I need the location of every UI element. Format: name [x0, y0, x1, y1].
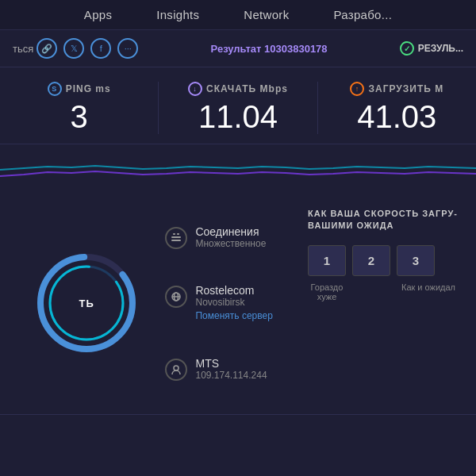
twitter-icon[interactable]: 𝕏 [63, 38, 84, 59]
svg-rect-4 [171, 236, 181, 238]
connection-subtitle: Множественное [195, 238, 266, 249]
svg-rect-5 [171, 240, 181, 241]
facebook-icon[interactable]: f [90, 38, 111, 59]
provider-title: Rostelecom [195, 284, 272, 297]
rating-btn-3[interactable]: 3 [397, 245, 435, 276]
result-bar: ться 🔗 𝕏 f ··· Результат 10303830178 ✓ Р… [0, 30, 476, 67]
upload-value: 41.03 [318, 99, 476, 134]
gauge-container: ТЬ [35, 251, 138, 355]
main-content: ТЬ Соединения Множественное [0, 192, 476, 414]
prefix-text: ться [13, 43, 33, 55]
connection-text: Соединения Множественное [195, 225, 266, 249]
gauge-label: ТЬ [79, 298, 94, 309]
connection-info: Соединения Множественное [165, 221, 300, 254]
download-value: 11.04 [159, 99, 317, 134]
user-icon [165, 359, 187, 381]
upload-metric: ↑ ЗАГРУЗИТЬ M 41.03 [318, 82, 476, 134]
metrics-bar: S PING ms 3 ↓ СКАЧАТЬ Mbps 11.04 ↑ ЗАГРУ… [0, 67, 476, 144]
svg-rect-7 [177, 233, 179, 235]
user-info: MTS 109.174.114.244 [165, 352, 300, 386]
download-metric: ↓ СКАЧАТЬ Mbps 11.04 [159, 82, 317, 134]
user-subtitle: 109.174.114.244 [195, 370, 267, 381]
top-navigation: Apps Insights Network Разрабо... [0, 0, 476, 30]
rating-btn-1[interactable]: 1 [308, 245, 346, 276]
nav-network[interactable]: Network [221, 8, 311, 21]
download-icon: ↓ [188, 82, 202, 96]
rating-panel: КАК ВАША СКОРОСТЬ ЗАГРУ- ВАШИМИ ОЖИДА 1 … [300, 192, 476, 414]
check-icon: ✓ [400, 41, 414, 56]
rating-btn-2[interactable]: 2 [352, 245, 390, 276]
user-title: MTS [195, 357, 267, 370]
result-label: Результат [211, 43, 262, 55]
provider-icon [165, 286, 187, 308]
rating-title: КАК ВАША СКОРОСТЬ ЗАГРУ- ВАШИМИ ОЖИДА [308, 208, 460, 232]
provider-subtitle: Novosibirsk [195, 297, 272, 308]
nav-insights[interactable]: Insights [134, 8, 221, 21]
rating-labels: Гораздо хуже Как и ожидал [308, 282, 460, 301]
nav-razrabo[interactable]: Разрабо... [311, 8, 414, 21]
gauge-panel: ТЬ [0, 192, 157, 414]
ping-metric: S PING ms 3 [0, 82, 159, 134]
more-icon[interactable]: ··· [117, 38, 138, 59]
ping-icon: S [48, 82, 62, 96]
nav-apps[interactable]: Apps [62, 8, 134, 21]
change-server-link[interactable]: Поменять сервер [195, 310, 272, 321]
result-check-text: РЕЗУЛЬ... [418, 43, 463, 54]
svg-rect-6 [173, 233, 175, 235]
result-id-container: Результат 10303830178 [211, 43, 328, 55]
result-check: ✓ РЕЗУЛЬ... [400, 41, 463, 56]
upload-label: ↑ ЗАГРУЗИТЬ M [318, 82, 476, 96]
result-number: 10303830178 [264, 43, 328, 55]
link-icon[interactable]: 🔗 [36, 38, 57, 59]
connection-icon [165, 227, 187, 249]
user-text: MTS 109.174.114.244 [195, 357, 267, 381]
social-icons: 🔗 𝕏 f ··· [36, 38, 138, 59]
provider-info: Rostelecom Novosibirsk Поменять сервер [165, 279, 300, 327]
ping-value: 3 [0, 99, 158, 134]
rating-label-worse: Гораздо хуже [308, 282, 346, 301]
info-list: Соединения Множественное Rostelecom Novo… [157, 192, 300, 414]
bottom-area [0, 415, 476, 476]
upload-icon: ↑ [350, 82, 364, 96]
rating-label-mid [352, 282, 390, 301]
rating-buttons: 1 2 3 [308, 245, 460, 276]
connection-title: Соединения [195, 225, 266, 238]
ping-label: S PING ms [0, 82, 158, 96]
provider-text: Rostelecom Novosibirsk Поменять сервер [195, 284, 272, 322]
download-label: ↓ СКАЧАТЬ Mbps [159, 82, 317, 96]
svg-point-11 [174, 366, 178, 370]
rating-label-expected: Как и ожидал [397, 282, 460, 301]
speed-chart [0, 144, 476, 192]
